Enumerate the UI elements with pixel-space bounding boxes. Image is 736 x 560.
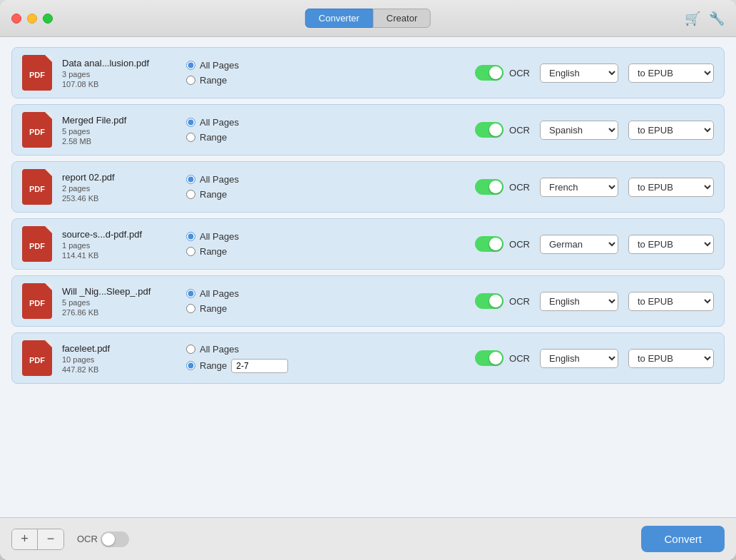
range-option-3[interactable]: Range: [186, 189, 272, 200]
page-options-6: All PagesRange: [186, 344, 272, 373]
all-pages-radio-5[interactable]: [186, 289, 195, 298]
file-name-2: Merged File.pdf: [62, 115, 176, 126]
all-pages-option-4[interactable]: All Pages: [186, 231, 272, 242]
language-select-2[interactable]: EnglishSpanishFrenchGermanItalianPortugu…: [540, 121, 618, 140]
range-radio-1[interactable]: [186, 76, 195, 85]
ocr-label-1: OCR: [509, 68, 530, 78]
file-info-6: faceleet.pdf10 pages447.82 KB: [62, 343, 176, 374]
format-select-2[interactable]: to EPUBto DOCXto XLSXto PPTXto HTMLto TX…: [628, 121, 714, 140]
file-name-1: Data anal...lusion.pdf: [62, 58, 176, 68]
range-option-6[interactable]: Range: [186, 359, 272, 373]
tab-creator[interactable]: Creator: [373, 9, 431, 28]
ocr-toggle-2[interactable]: [475, 122, 504, 138]
file-row-3: PDFreport 02.pdf2 pages253.46 KBAll Page…: [11, 161, 725, 213]
file-info-2: Merged File.pdf5 pages2.58 MB: [62, 115, 176, 146]
pdf-icon-4: PDF: [22, 226, 52, 262]
ocr-toggle-4[interactable]: [475, 236, 504, 252]
file-row-2: PDFMerged File.pdf5 pages2.58 MBAll Page…: [11, 104, 725, 156]
all-pages-radio-3[interactable]: [186, 175, 195, 184]
ocr-label-3: OCR: [509, 182, 530, 193]
pdf-icon-5: PDF: [22, 283, 52, 319]
pdf-icon-3: PDF: [22, 169, 52, 205]
all-pages-option-1[interactable]: All Pages: [186, 60, 272, 71]
titlebar: Converter Creator 🛒 🔧: [0, 0, 736, 37]
file-size-3: 253.46 KB: [62, 194, 176, 203]
all-pages-radio-2[interactable]: [186, 118, 195, 127]
language-select-4[interactable]: EnglishSpanishFrenchGermanItalianPortugu…: [540, 235, 618, 254]
ocr-toggle-5[interactable]: [475, 293, 504, 309]
remove-file-button[interactable]: −: [38, 529, 63, 549]
range-radio-3[interactable]: [186, 190, 195, 199]
ocr-label-2: OCR: [509, 125, 530, 136]
ocr-toggle-6[interactable]: [475, 350, 504, 366]
convert-button[interactable]: Convert: [641, 526, 725, 552]
ocr-toggle-row-1: OCR: [475, 65, 530, 81]
global-ocr-toggle[interactable]: [101, 531, 129, 547]
format-select-1[interactable]: to EPUBto DOCXto XLSXto PPTXto HTMLto TX…: [628, 63, 714, 83]
file-name-3: report 02.pdf: [62, 172, 176, 183]
page-options-2: All PagesRange: [186, 117, 272, 143]
titlebar-icons: 🛒 🔧: [685, 11, 725, 26]
format-select-5[interactable]: to EPUBto DOCXto XLSXto PPTXto HTMLto TX…: [628, 292, 714, 311]
all-pages-radio-1[interactable]: [186, 61, 195, 70]
page-options-4: All PagesRange: [186, 231, 272, 257]
file-row-6: PDFfaceleet.pdf10 pages447.82 KBAll Page…: [11, 332, 725, 384]
maximize-button[interactable]: [43, 14, 53, 24]
format-select-4[interactable]: to EPUBto DOCXto XLSXto PPTXto HTMLto TX…: [628, 235, 714, 254]
add-file-button[interactable]: +: [12, 529, 38, 549]
file-name-6: faceleet.pdf: [62, 343, 176, 354]
all-pages-option-3[interactable]: All Pages: [186, 174, 272, 185]
ocr-toggle-1[interactable]: [475, 65, 504, 81]
traffic-lights: [11, 14, 53, 24]
format-select-6[interactable]: to EPUBto DOCXto XLSXto PPTXto HTMLto TX…: [628, 349, 714, 368]
pdf-icon-2: PDF: [22, 112, 52, 148]
minimize-button[interactable]: [27, 14, 37, 24]
format-select-3[interactable]: to EPUBto DOCXto XLSXto PPTXto HTMLto TX…: [628, 178, 714, 197]
range-option-1[interactable]: Range: [186, 75, 272, 86]
file-size-6: 447.82 KB: [62, 365, 176, 374]
range-radio-6[interactable]: [186, 361, 195, 370]
file-pages-4: 1 pages: [62, 241, 176, 250]
page-options-3: All PagesRange: [186, 174, 272, 200]
language-select-3[interactable]: EnglishSpanishFrenchGermanItalianPortugu…: [540, 178, 618, 197]
range-radio-2[interactable]: [186, 133, 195, 142]
range-radio-4[interactable]: [186, 247, 195, 256]
pdf-icon-6: PDF: [22, 340, 52, 376]
ocr-label-4: OCR: [509, 239, 530, 250]
all-pages-option-2[interactable]: All Pages: [186, 117, 272, 128]
file-row-4: PDFsource-s...d-pdf.pdf1 pages114.41 KBA…: [11, 218, 725, 270]
all-pages-radio-4[interactable]: [186, 232, 195, 241]
ocr-toggle-row-4: OCR: [475, 236, 530, 252]
cart-icon[interactable]: 🛒: [685, 11, 700, 26]
bottom-ocr-label: OCR: [77, 534, 98, 544]
ocr-toggle-row-6: OCR: [475, 350, 530, 366]
ocr-label-5: OCR: [509, 296, 530, 307]
range-input-6[interactable]: [231, 359, 288, 373]
ocr-label-6: OCR: [509, 353, 530, 364]
page-options-5: All PagesRange: [186, 288, 272, 314]
file-info-3: report 02.pdf2 pages253.46 KB: [62, 172, 176, 203]
all-pages-radio-6[interactable]: [186, 345, 195, 354]
app-window: Converter Creator 🛒 🔧 PDFData anal...lus…: [0, 0, 736, 560]
file-row-1: PDFData anal...lusion.pdf3 pages107.08 K…: [11, 47, 725, 98]
add-remove-group: + −: [11, 529, 64, 550]
wrench-icon[interactable]: 🔧: [709, 11, 725, 26]
ocr-toggle-3[interactable]: [475, 179, 504, 195]
range-option-4[interactable]: Range: [186, 246, 272, 257]
file-list: PDFData anal...lusion.pdf3 pages107.08 K…: [0, 37, 736, 517]
language-select-1[interactable]: EnglishSpanishFrenchGermanItalianPortugu…: [540, 63, 618, 83]
language-select-6[interactable]: EnglishSpanishFrenchGermanItalianPortugu…: [540, 349, 618, 368]
language-select-5[interactable]: EnglishSpanishFrenchGermanItalianPortugu…: [540, 292, 618, 311]
range-radio-5[interactable]: [186, 304, 195, 313]
close-button[interactable]: [11, 14, 21, 24]
file-size-4: 114.41 KB: [62, 251, 176, 260]
all-pages-option-6[interactable]: All Pages: [186, 344, 272, 355]
file-name-4: source-s...d-pdf.pdf: [62, 229, 176, 240]
all-pages-option-5[interactable]: All Pages: [186, 288, 272, 299]
file-pages-5: 5 pages: [62, 298, 176, 307]
file-size-2: 2.58 MB: [62, 137, 176, 146]
range-option-5[interactable]: Range: [186, 303, 272, 314]
range-option-2[interactable]: Range: [186, 132, 272, 143]
tab-converter[interactable]: Converter: [305, 9, 373, 28]
file-size-1: 107.08 KB: [62, 80, 176, 88]
